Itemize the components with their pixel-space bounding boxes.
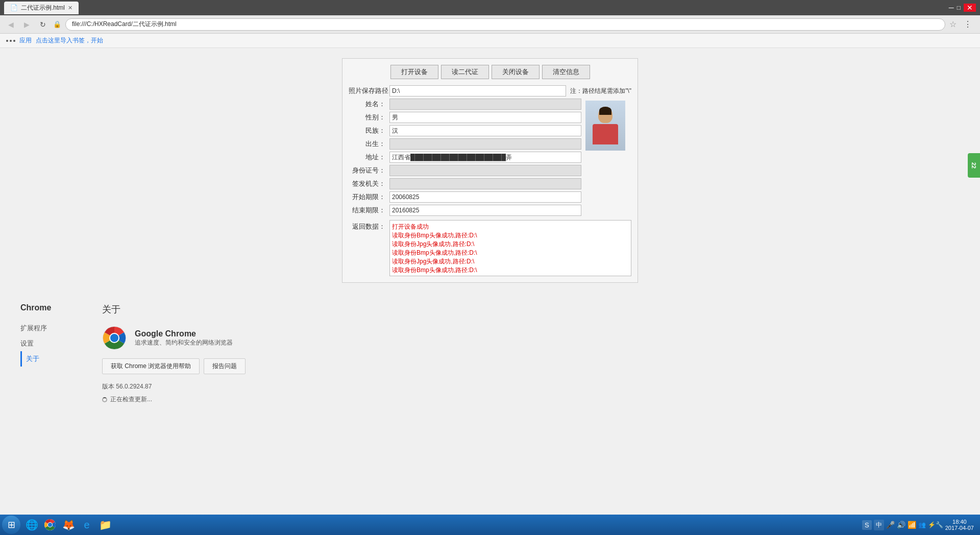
address-input[interactable] bbox=[389, 152, 581, 163]
tab-favicon: 📄 bbox=[10, 4, 18, 11]
about-title: 关于 bbox=[102, 303, 960, 315]
bookmarks-bar: 应用 点击这里导入书签，开始 bbox=[0, 34, 980, 48]
gender-row: 性别： bbox=[349, 112, 581, 123]
chrome-report-btn[interactable]: 报告问题 bbox=[204, 358, 246, 374]
browser-titlebar: 📄 二代证示例.html ✕ ─ □ ✕ bbox=[0, 0, 980, 15]
minimize-btn[interactable]: ─ bbox=[949, 4, 954, 12]
close-device-btn[interactable]: 关闭设备 bbox=[492, 65, 540, 79]
taskbar-ie2-icon[interactable]: e bbox=[79, 517, 95, 533]
name-input[interactable] bbox=[389, 99, 581, 110]
taskbar-explorer-icon[interactable]: 📁 bbox=[97, 517, 113, 533]
tray-volume-icon[interactable]: 🔊 bbox=[897, 521, 905, 529]
open-device-btn[interactable]: 打开设备 bbox=[390, 65, 438, 79]
ie2-icon: e bbox=[84, 519, 89, 531]
gender-label: 性别： bbox=[349, 113, 389, 122]
photo-path-input[interactable] bbox=[389, 85, 566, 96]
chrome-btn-row: 获取 Chrome 浏览器使用帮助 报告问题 bbox=[102, 358, 960, 374]
about-section: Chrome 扩展程序 设置 关于 关于 bbox=[0, 288, 980, 419]
bookmarks-prompt[interactable]: 点击这里导入书签，开始 bbox=[36, 36, 103, 45]
taskbar-chrome-icon[interactable] bbox=[42, 517, 58, 533]
taskbar-firefox-icon[interactable]: 🦊 bbox=[60, 517, 77, 533]
return-data-label: 返回数据： bbox=[349, 220, 389, 231]
svg-point-5 bbox=[48, 523, 52, 527]
idno-label: 身份证号： bbox=[349, 166, 389, 175]
person-body bbox=[593, 124, 618, 144]
chrome-product-desc: 追求速度、简约和安全的网络浏览器 bbox=[135, 338, 233, 347]
back-btn[interactable]: ◀ bbox=[5, 19, 17, 30]
browser-tab[interactable]: 📄 二代证示例.html ✕ bbox=[4, 2, 79, 14]
svg-point-2 bbox=[110, 334, 118, 342]
tray-people-icon: 👥 bbox=[918, 521, 926, 528]
chrome-logo-icon bbox=[102, 326, 127, 350]
issuer-row: 签发机关： bbox=[349, 178, 581, 189]
birth-label: 出生： bbox=[349, 139, 389, 149]
address-label: 地址： bbox=[349, 153, 389, 162]
reload-btn[interactable]: ↻ bbox=[37, 19, 49, 30]
clear-info-btn[interactable]: 清空信息 bbox=[542, 65, 590, 79]
explorer-icon: 📁 bbox=[99, 519, 112, 531]
chrome-product-name: Google Chrome bbox=[135, 329, 233, 338]
bookmark-btn[interactable]: ☆ bbox=[949, 19, 957, 29]
green-notification[interactable]: 22 bbox=[968, 153, 980, 178]
issuer-input[interactable] bbox=[389, 178, 581, 189]
chrome-help-btn[interactable]: 获取 Chrome 浏览器使用帮助 bbox=[102, 358, 200, 374]
ie-icon: 🌐 bbox=[26, 519, 38, 531]
person-head bbox=[598, 107, 612, 123]
person-hair bbox=[599, 107, 611, 115]
tab-close-btn[interactable]: ✕ bbox=[68, 5, 72, 11]
idno-input[interactable] bbox=[389, 165, 581, 176]
windows-logo-icon: ⊞ bbox=[8, 519, 15, 530]
security-icon: 🔒 bbox=[53, 20, 61, 28]
id-card-section: 打开设备 读二代证 关闭设备 清空信息 照片保存路径： 注：路径结尾需添加"\"… bbox=[342, 58, 638, 283]
ethnicity-input[interactable] bbox=[389, 125, 581, 136]
clock-date: 2017-04-07 bbox=[945, 525, 974, 531]
ethnicity-row: 民族： bbox=[349, 125, 581, 136]
birth-input[interactable] bbox=[389, 138, 581, 150]
tray-mic-icon: 🎤 bbox=[886, 521, 895, 529]
menu-btn[interactable]: ⋮ bbox=[961, 18, 975, 30]
sidebar-extensions[interactable]: 扩展程序 bbox=[20, 321, 82, 336]
chrome-product-info: Google Chrome 追求速度、简约和安全的网络浏览器 bbox=[135, 329, 233, 347]
apps-icon[interactable] bbox=[6, 40, 15, 42]
start-button[interactable]: ⊞ bbox=[2, 516, 20, 534]
photo-path-note: 注：路径结尾需添加"\" bbox=[570, 87, 631, 95]
about-sidebar-title: Chrome bbox=[20, 303, 82, 312]
sidebar-settings[interactable]: 设置 bbox=[20, 336, 82, 351]
url-bar[interactable] bbox=[65, 18, 945, 31]
birth-row: 出生： bbox=[349, 138, 581, 150]
enddate-input[interactable] bbox=[389, 205, 581, 216]
tab-title: 二代证示例.html bbox=[21, 4, 65, 12]
browser-controls: ◀ ▶ ↻ 🔒 ☆ ⋮ bbox=[0, 15, 980, 34]
sidebar-about[interactable]: 关于 bbox=[20, 351, 82, 367]
forward-btn[interactable]: ▶ bbox=[21, 19, 33, 30]
tray-time[interactable]: 18:40 2017-04-07 bbox=[945, 519, 974, 531]
about-sidebar: Chrome 扩展程序 设置 关于 bbox=[20, 303, 82, 404]
firefox-icon: 🦊 bbox=[62, 519, 75, 531]
action-buttons-row: 打开设备 读二代证 关闭设备 清空信息 bbox=[349, 65, 631, 79]
enddate-label: 结束期限： bbox=[349, 206, 389, 215]
return-data-textarea[interactable]: 打开设备成功 读取身份Bmp头像成功,路径:D:\ 读取身份Jpg头像成功,路径… bbox=[389, 220, 631, 276]
ethnicity-label: 民族： bbox=[349, 126, 389, 135]
update-spinner-icon bbox=[102, 397, 107, 402]
gender-input[interactable] bbox=[389, 112, 581, 123]
about-main: 关于 bbox=[102, 303, 960, 404]
fields-column: 姓名： 性别： 民族： 出生： bbox=[349, 99, 581, 218]
maximize-btn[interactable]: □ bbox=[957, 4, 961, 11]
chrome-taskbar-icon bbox=[44, 519, 56, 531]
page-main: 打开设备 读二代证 关闭设备 清空信息 照片保存路径： 注：路径结尾需添加"\"… bbox=[0, 48, 980, 424]
startdate-row: 开始期限： bbox=[349, 191, 581, 203]
tray-lang-icon[interactable]: S bbox=[862, 520, 872, 530]
read-idcard-btn[interactable]: 读二代证 bbox=[441, 65, 489, 79]
tray-network-icon[interactable]: 📶 bbox=[908, 521, 916, 529]
chrome-logo-area: Google Chrome 追求速度、简约和安全的网络浏览器 bbox=[102, 326, 960, 350]
bookmarks-apps-label: 应用 bbox=[19, 36, 32, 45]
fields-and-photo: 姓名： 性别： 民族： 出生： bbox=[349, 99, 631, 218]
person-photo bbox=[585, 101, 625, 151]
startdate-input[interactable] bbox=[389, 191, 581, 203]
close-btn[interactable]: ✕ bbox=[964, 4, 976, 12]
photo-path-row: 照片保存路径： 注：路径结尾需添加"\" bbox=[349, 85, 631, 96]
tray-language[interactable]: 中 bbox=[874, 520, 884, 530]
name-row: 姓名： bbox=[349, 99, 581, 110]
address-row: 地址： bbox=[349, 152, 581, 163]
taskbar-ie-icon[interactable]: 🌐 bbox=[23, 517, 40, 533]
